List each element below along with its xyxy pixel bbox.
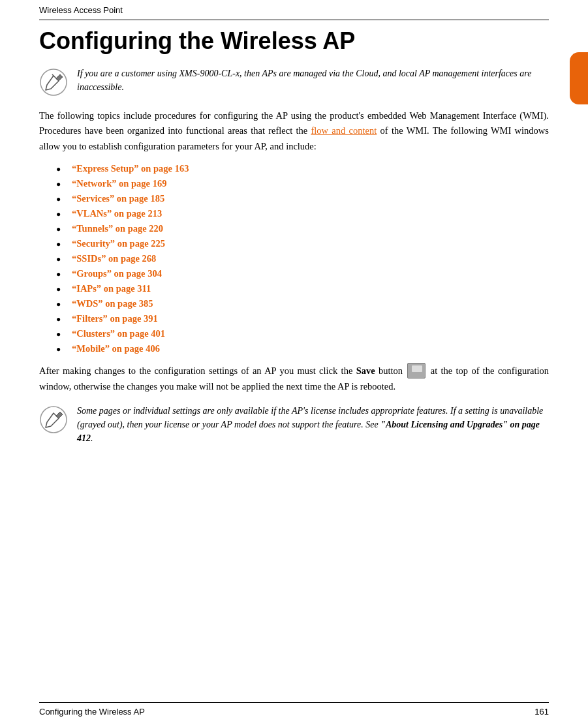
list-item: “Express Setup” on page 163 <box>72 163 549 174</box>
list-link-11[interactable]: “Clusters” on page 401 <box>72 328 165 339</box>
list-link-1[interactable]: “Network” on page 169 <box>72 178 166 189</box>
list-link-4[interactable]: “Tunnels” on page 220 <box>72 223 163 234</box>
page-header: Wireless Access Point <box>39 0 549 20</box>
note-icon-1 <box>39 68 68 97</box>
list-item: “Services” on page 185 <box>72 193 549 204</box>
note-1-text: If you are a customer using XMS-9000-CL-… <box>77 67 549 94</box>
svg-point-1 <box>40 407 67 433</box>
list-link-7[interactable]: “Groups” on page 304 <box>72 268 162 279</box>
list-item: “WDS” on page 385 <box>72 298 549 309</box>
body-paragraph-2: After making changes to the configuratio… <box>39 364 549 395</box>
save-label: Save <box>356 365 375 376</box>
list-link-9[interactable]: “WDS” on page 385 <box>72 298 153 309</box>
list-link-0[interactable]: “Express Setup” on page 163 <box>72 163 189 174</box>
note-icon-2 <box>39 405 68 434</box>
list-item: “IAPs” on page 311 <box>72 283 549 294</box>
svg-point-0 <box>40 69 67 95</box>
list-link-10[interactable]: “Filters” on page 391 <box>72 313 158 324</box>
list-item: “Filters” on page 391 <box>72 313 549 324</box>
list-item: “Network” on page 169 <box>72 178 549 189</box>
list-item: “SSIDs” on page 268 <box>72 253 549 264</box>
list-link-6[interactable]: “SSIDs” on page 268 <box>72 253 156 264</box>
list-item: “Groups” on page 304 <box>72 268 549 279</box>
note-box-1: If you are a customer using XMS-9000-CL-… <box>39 67 549 97</box>
list-link-12[interactable]: “Mobile” on page 406 <box>72 343 160 354</box>
list-link-5[interactable]: “Security” on page 225 <box>72 238 165 249</box>
list-item: “Mobile” on page 406 <box>72 343 549 354</box>
note-2-text: Some pages or individual settings are on… <box>77 404 549 445</box>
body-paragraph-1: The following topics include procedures … <box>39 108 549 154</box>
list-link-3[interactable]: “VLANs” on page 213 <box>72 208 162 219</box>
footer-page-number: 161 <box>534 707 549 717</box>
page-footer: Configuring the Wireless AP 161 <box>39 702 549 717</box>
list-item: “Security” on page 225 <box>72 238 549 249</box>
page-title: Configuring the Wireless AP <box>39 27 549 55</box>
note-box-2: Some pages or individual settings are on… <box>39 404 549 445</box>
orange-tab <box>570 52 588 104</box>
list-item: “Tunnels” on page 220 <box>72 223 549 234</box>
topic-list: “Express Setup” on page 163 “Network” on… <box>72 163 549 354</box>
footer-left-text: Configuring the Wireless AP <box>39 707 145 717</box>
list-item: “VLANs” on page 213 <box>72 208 549 219</box>
flow-content-link[interactable]: flow and content <box>311 125 377 136</box>
list-item: “Clusters” on page 401 <box>72 328 549 339</box>
save-button-icon <box>407 363 426 379</box>
about-licensing-link[interactable]: "About Licensing and Upgrades" on page 4… <box>77 420 540 443</box>
list-link-8[interactable]: “IAPs” on page 311 <box>72 283 151 294</box>
header-title: Wireless Access Point <box>39 5 123 15</box>
list-link-2[interactable]: “Services” on page 185 <box>72 193 164 204</box>
